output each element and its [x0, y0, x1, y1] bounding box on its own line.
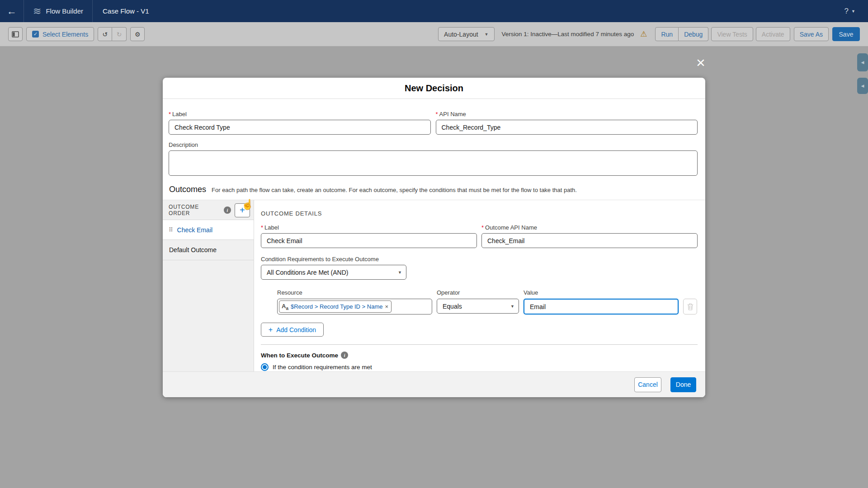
back-arrow-icon: ← [7, 5, 17, 17]
outcome-order-title: OUTCOME ORDER [169, 204, 221, 216]
mouse-cursor-pointer: ☝ [241, 199, 254, 211]
view-tests-button: View Tests [711, 27, 753, 41]
modal-header: New Decision [163, 78, 705, 99]
side-panel-button[interactable]: ◀ [857, 78, 868, 94]
settings-button[interactable]: ⚙ [130, 27, 145, 41]
add-condition-button[interactable]: + Add Condition [261, 323, 324, 337]
cancel-label: Cancel [638, 381, 658, 388]
condition-requirements-value: All Conditions Are Met (AND) [267, 269, 349, 276]
close-icon[interactable]: × [696, 55, 705, 70]
api-name-field-label: *API Name [436, 111, 698, 117]
decision-label-input[interactable] [169, 120, 431, 135]
required-asterisk: * [169, 111, 171, 117]
run-debug-group: Run Debug [655, 27, 708, 41]
outcome-details-heading: OUTCOME DETAILS [261, 210, 698, 217]
version-status-text: Version 1: Inactive—Last modified 7 minu… [502, 31, 634, 38]
outcome-label-input[interactable] [261, 233, 477, 248]
save-as-button[interactable]: Save As [794, 27, 829, 41]
done-label: Done [676, 381, 691, 388]
run-label: Run [661, 31, 673, 38]
operator-select[interactable]: Equals [437, 299, 519, 314]
value-label: Value [524, 289, 679, 296]
outcome-api-name-input[interactable] [481, 233, 698, 248]
required-asterisk: * [436, 111, 438, 117]
modal-title: New Decision [405, 83, 463, 94]
warning-icon: ⚠ [640, 29, 647, 39]
app-header: ← ≋ Flow Builder Case Flow - V1 ? ▼ [0, 0, 868, 22]
condition-row: Resource Aa $Record > Record Type ID > N… [277, 289, 698, 314]
flow-toolbar: ✓ Select Elements ↺ ↻ ⚙ Auto-Layout ▼ Ve… [0, 22, 868, 47]
undo-button[interactable]: ↺ [98, 27, 112, 41]
activate-label: Activate [762, 31, 784, 38]
select-elements-button[interactable]: ✓ Select Elements [26, 27, 94, 41]
outcomes-helper-text: For each path the flow can take, create … [212, 187, 577, 193]
select-elements-label: Select Elements [42, 31, 88, 38]
plus-icon: + [269, 326, 273, 334]
modal-footer: Cancel Done [163, 371, 705, 397]
view-tests-label: View Tests [717, 31, 747, 38]
when-to-execute-label: When to Execute Outcome [261, 352, 338, 359]
resource-label: Resource [277, 289, 432, 296]
outcome-item-label: Check Email [177, 226, 213, 234]
left-arrow-icon: ◀ [861, 84, 864, 88]
redo-button: ↻ [112, 27, 127, 41]
chevron-down-icon: ▼ [851, 9, 855, 14]
add-condition-label: Add Condition [276, 326, 316, 333]
debug-label: Debug [684, 31, 703, 38]
panel-toggle-icon [12, 31, 19, 38]
outcome-list-item-default[interactable]: Default Outcome [163, 240, 254, 260]
info-icon[interactable]: i [224, 206, 231, 214]
outcomes-heading: Outcomes [169, 185, 206, 194]
save-label: Save [839, 31, 854, 38]
help-icon: ? [844, 7, 849, 16]
undo-icon: ↺ [102, 31, 108, 38]
resource-combobox[interactable]: Aa $Record > Record Type ID > Name × [277, 299, 432, 314]
info-icon[interactable]: i [341, 352, 348, 359]
condition-requirements-select[interactable]: All Conditions Are Met (AND) [261, 265, 406, 280]
debug-button[interactable]: Debug [679, 27, 708, 41]
value-input[interactable] [524, 299, 679, 314]
outcomes-body: OUTCOME ORDER i + ⠿ Check Email Default … [163, 200, 705, 371]
remove-resource-icon[interactable]: × [385, 303, 388, 310]
run-button[interactable]: Run [655, 27, 679, 41]
resource-pill-label: $Record > Record Type ID > Name [291, 303, 383, 310]
condition-requirements-label: Condition Requirements to Execute Outcom… [261, 256, 698, 263]
modal-top-fields: *Label *API Name Description Outcomes Fo… [163, 99, 705, 194]
app-name: Flow Builder [46, 7, 83, 15]
delete-condition-button [683, 299, 697, 314]
flow-builder-app: ← ≋ Flow Builder Case Flow - V1 ? ▼ ✓ Se… [0, 0, 868, 488]
description-textarea[interactable] [169, 150, 698, 176]
drag-handle-icon[interactable]: ⠿ [169, 226, 173, 233]
new-decision-modal: New Decision *Label *API Name Descriptio… [163, 78, 705, 397]
text-type-icon: Aa [282, 303, 288, 311]
redo-icon: ↻ [117, 31, 122, 38]
toggle-panel-button[interactable] [8, 27, 23, 41]
trash-icon [687, 303, 693, 310]
select-elements-icon: ✓ [32, 31, 39, 38]
radio-condition-met-label: If the condition requirements are met [273, 364, 372, 371]
flow-builder-logo-icon: ≋ [33, 6, 41, 16]
label-field-label: *Label [169, 111, 431, 117]
undo-redo-group: ↺ ↻ [98, 27, 127, 41]
layout-select[interactable]: Auto-Layout ▼ [438, 27, 494, 41]
resource-pill[interactable]: Aa $Record > Record Type ID > Name × [279, 300, 392, 313]
side-panel-button[interactable]: ◀ [857, 53, 868, 71]
layout-select-value: Auto-Layout [444, 31, 478, 38]
operator-value: Equals [443, 303, 462, 310]
left-arrow-icon: ◀ [861, 60, 864, 65]
save-as-label: Save As [800, 31, 823, 38]
radio-condition-met[interactable] [261, 363, 269, 371]
decision-api-name-input[interactable] [436, 120, 698, 135]
save-button[interactable]: Save [832, 27, 860, 41]
help-menu[interactable]: ? ▼ [844, 7, 868, 16]
done-button[interactable]: Done [670, 377, 696, 392]
outcome-details-panel: OUTCOME DETAILS *Label *Outcome API Name… [254, 200, 705, 371]
back-button[interactable]: ← [0, 0, 24, 22]
flow-title-tab[interactable]: Case Flow - V1 [93, 0, 159, 22]
gear-icon: ⚙ [135, 31, 141, 38]
outcome-order-header: OUTCOME ORDER i + [163, 200, 254, 220]
required-asterisk: * [481, 224, 484, 231]
outcome-list-item-check-email[interactable]: ⠿ Check Email [163, 220, 254, 240]
cancel-button[interactable]: Cancel [634, 377, 661, 392]
description-field-label: Description [169, 141, 698, 148]
